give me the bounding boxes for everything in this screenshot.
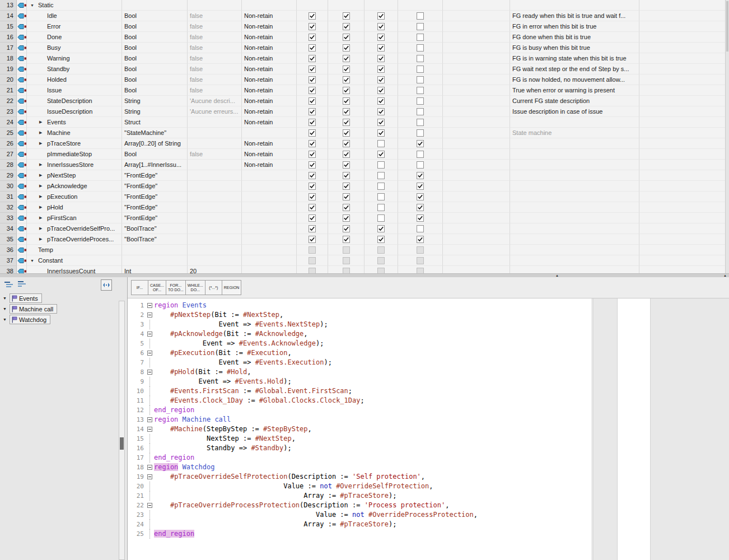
code-line[interactable]: 21 Array := #pTraceStore); bbox=[128, 491, 592, 501]
checkbox-cell[interactable] bbox=[398, 160, 443, 170]
expander-down-icon[interactable]: ▼ bbox=[3, 296, 10, 300]
code-line[interactable]: 19 #pTraceOverrideSelfProtection(Descrip… bbox=[128, 472, 592, 482]
checkbox-cell[interactable] bbox=[364, 74, 398, 85]
checkbox[interactable] bbox=[343, 193, 350, 200]
retain-cell[interactable]: Non-retain bbox=[242, 64, 297, 74]
checkbox-cell[interactable] bbox=[297, 74, 328, 85]
insert-case-button[interactable]: CASE...OF... bbox=[148, 280, 166, 295]
name-cell[interactable]: Holded bbox=[27, 74, 122, 85]
sync-navigation-button[interactable] bbox=[101, 279, 112, 291]
checkbox-cell[interactable] bbox=[328, 160, 364, 170]
checkbox-cell[interactable] bbox=[364, 21, 398, 32]
region-chip[interactable]: Events bbox=[10, 293, 42, 303]
checkbox[interactable] bbox=[377, 55, 385, 62]
checkbox[interactable] bbox=[377, 151, 385, 158]
checkbox-cell[interactable] bbox=[398, 53, 443, 64]
checkbox-cell[interactable] bbox=[398, 117, 443, 128]
table-row[interactable]: 29▶pNextStep"FrontEdge" bbox=[0, 170, 725, 181]
checkbox-cell[interactable] bbox=[398, 234, 443, 245]
checkbox-cell[interactable] bbox=[364, 213, 398, 223]
table-row[interactable]: 31▶pExecution"FrontEdge" bbox=[0, 192, 725, 202]
table-row[interactable]: 28▶InnerIssuesStoreArray[1..#InnerIssu..… bbox=[0, 160, 725, 170]
region-tree-item[interactable]: ▼Watchdog bbox=[0, 314, 118, 325]
checkbox[interactable] bbox=[417, 119, 424, 126]
checkbox[interactable] bbox=[417, 161, 424, 169]
checkbox[interactable] bbox=[309, 151, 316, 158]
checkbox[interactable] bbox=[377, 129, 385, 137]
checkbox[interactable] bbox=[309, 108, 316, 115]
name-cell[interactable]: Idle bbox=[27, 11, 122, 21]
retain-cell[interactable]: Non-retain bbox=[242, 138, 297, 149]
fold-collapse-icon[interactable] bbox=[147, 427, 152, 432]
expander-right-icon[interactable]: ▶ bbox=[39, 162, 47, 167]
checkbox[interactable] bbox=[343, 76, 350, 83]
checkbox[interactable] bbox=[377, 183, 385, 190]
default-value-cell[interactable]: false bbox=[188, 85, 242, 96]
datatype-cell[interactable]: Bool bbox=[122, 53, 188, 64]
default-value-cell[interactable]: false bbox=[188, 11, 242, 21]
checkbox[interactable] bbox=[343, 119, 350, 126]
retain-cell[interactable] bbox=[242, 255, 297, 266]
checkbox[interactable] bbox=[417, 183, 424, 190]
checkbox-cell[interactable] bbox=[364, 11, 398, 21]
table-row[interactable]: 35▶pTraceOverrideProces..."BoolTrace" bbox=[0, 234, 725, 245]
checkbox[interactable] bbox=[309, 193, 316, 200]
checkbox[interactable] bbox=[417, 23, 424, 30]
insert-if-button[interactable]: IF... bbox=[131, 280, 148, 295]
default-value-cell[interactable] bbox=[188, 160, 242, 170]
checkbox[interactable] bbox=[309, 34, 316, 41]
scrollbar-thumb[interactable] bbox=[726, 1, 728, 52]
default-value-cell[interactable] bbox=[188, 170, 242, 181]
comment-cell[interactable]: Issue description in case of issue bbox=[510, 106, 639, 117]
checkbox[interactable] bbox=[343, 204, 350, 211]
table-row[interactable]: 13▼Static bbox=[0, 0, 725, 11]
checkbox[interactable] bbox=[343, 151, 350, 158]
checkbox-cell[interactable] bbox=[364, 106, 398, 117]
name-cell[interactable]: ▼Static bbox=[27, 0, 122, 11]
checkbox[interactable] bbox=[417, 34, 424, 41]
code-line[interactable]: 13region Machine call bbox=[128, 415, 592, 424]
checkbox[interactable] bbox=[377, 214, 385, 222]
checkbox-cell[interactable] bbox=[297, 64, 328, 74]
checkbox-cell[interactable] bbox=[398, 255, 443, 266]
table-row[interactable]: 21IssueBoolfalseNon-retainTrue when erro… bbox=[0, 85, 725, 96]
name-cell[interactable]: Busy bbox=[27, 43, 122, 53]
code-line[interactable]: 16 Standby => #Standby); bbox=[128, 444, 592, 453]
region-tree-item[interactable]: ▼Machine call bbox=[0, 304, 118, 314]
checkbox[interactable] bbox=[309, 23, 316, 30]
checkbox[interactable] bbox=[309, 161, 316, 169]
table-row[interactable]: 17BusyBoolfalseNon-retainFG is busy when… bbox=[0, 43, 725, 53]
retain-cell[interactable]: Non-retain bbox=[242, 96, 297, 106]
checkbox[interactable] bbox=[309, 214, 316, 222]
table-row[interactable]: 20HoldedBoolfalseNon-retainFG is now hol… bbox=[0, 74, 725, 85]
table-row[interactable]: 27pImmediateStopBoolfalseNon-retain bbox=[0, 149, 725, 160]
datatype-cell[interactable]: "FrontEdge" bbox=[122, 202, 188, 213]
default-value-cell[interactable]: false bbox=[188, 32, 242, 43]
checkbox-cell[interactable] bbox=[398, 202, 443, 213]
fold-collapse-icon[interactable] bbox=[147, 370, 152, 375]
checkbox[interactable] bbox=[309, 129, 316, 137]
expander-down-icon[interactable]: ▼ bbox=[30, 259, 38, 263]
code-line[interactable]: 23 Value := not #OverrideProcessProtecti… bbox=[128, 510, 592, 520]
checkbox[interactable] bbox=[343, 87, 350, 94]
checkbox[interactable] bbox=[417, 97, 424, 105]
checkbox-cell[interactable] bbox=[328, 128, 364, 138]
checkbox-cell[interactable] bbox=[398, 0, 443, 11]
default-value-cell[interactable]: 'Aucune erreurs... bbox=[188, 106, 242, 117]
default-value-cell[interactable]: false bbox=[188, 74, 242, 85]
checkbox[interactable] bbox=[343, 183, 350, 190]
checkbox-cell[interactable] bbox=[297, 170, 328, 181]
fold-collapse-icon[interactable] bbox=[147, 351, 152, 356]
comment-cell[interactable] bbox=[510, 181, 639, 192]
datatype-cell[interactable]: Bool bbox=[122, 11, 188, 21]
checkbox-cell[interactable] bbox=[297, 0, 328, 11]
expander-down-icon[interactable]: ▼ bbox=[3, 318, 10, 321]
retain-cell[interactable]: Non-retain bbox=[242, 32, 297, 43]
checkbox[interactable] bbox=[377, 236, 385, 243]
checkbox[interactable] bbox=[417, 66, 424, 73]
retain-cell[interactable] bbox=[242, 128, 297, 138]
insert-comment-button[interactable]: (*...*) bbox=[205, 280, 222, 295]
name-cell[interactable]: ▶pTraceOverrideSelfPro... bbox=[27, 223, 122, 234]
checkbox[interactable] bbox=[377, 140, 385, 147]
checkbox-cell[interactable] bbox=[364, 85, 398, 96]
